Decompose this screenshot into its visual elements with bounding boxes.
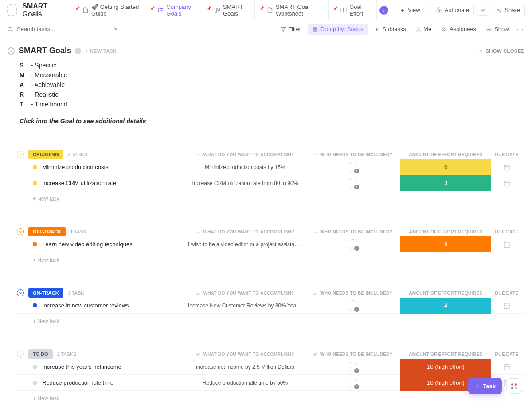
content: SMART Goals i + NEW TASK SHOW CLOSED S -… xyxy=(0,38,532,402)
info-icon[interactable]: i xyxy=(75,48,81,54)
task-due[interactable] xyxy=(491,180,522,187)
group-collapse-icon[interactable] xyxy=(17,228,24,235)
col-accomplish[interactable]: WHAT DO YOU WANT TO ACCOMPLISH? xyxy=(185,291,305,296)
task-row[interactable]: Learn new video editing techniquesI wish… xyxy=(17,236,525,252)
task-row[interactable]: Increase CRM utilization rateIncrease CR… xyxy=(17,175,525,191)
share-label: Share xyxy=(505,7,520,13)
col-effort[interactable]: AMOUNT OF EFFORT REQUIRED xyxy=(400,352,491,357)
task-assignee[interactable] xyxy=(305,362,400,372)
groupby-label: Group by: Status xyxy=(320,26,364,32)
person-icon xyxy=(416,27,421,32)
task-name: Increase this year's net income xyxy=(42,363,121,370)
search-chevron[interactable] xyxy=(113,26,118,32)
col-accomplish[interactable]: WHAT DO YOU WANT TO ACCOMPLISH? xyxy=(185,352,305,357)
search-input[interactable] xyxy=(17,26,88,32)
share-icon xyxy=(497,8,502,13)
collapse-icon[interactable] xyxy=(7,47,15,55)
svg-point-4 xyxy=(158,10,159,11)
tab--getting-started-guide[interactable]: 📌🚀 Getting Started Guide xyxy=(70,0,145,20)
group-icon xyxy=(313,27,318,32)
automate-menu[interactable] xyxy=(477,5,489,16)
tab-label: Company Goals xyxy=(166,4,196,17)
col-who[interactable]: WHO NEEDS TO BE INCLUDED? xyxy=(305,291,400,296)
task-effort[interactable]: 3 xyxy=(400,175,491,191)
task-row[interactable]: Minimize production costsMinimize produc… xyxy=(17,159,525,175)
tab-smart-goals[interactable]: 📌SMART Goals xyxy=(202,0,254,20)
col-due[interactable]: DUE DATE xyxy=(491,352,522,357)
task-due[interactable] xyxy=(491,363,522,370)
svg-rect-7 xyxy=(218,8,219,10)
col-due[interactable]: DUE DATE xyxy=(491,229,522,234)
ellipsis-icon: ··· xyxy=(517,25,524,33)
status-pill[interactable]: OFF-TRACK xyxy=(28,227,66,236)
nav-arrow[interactable]: › xyxy=(376,0,391,20)
svg-rect-35 xyxy=(504,165,509,170)
group-collapse-icon[interactable] xyxy=(17,289,24,296)
task-assignee[interactable] xyxy=(305,239,400,250)
task-count: 2 TASKS xyxy=(68,152,87,157)
add-task-button[interactable]: + New task xyxy=(17,191,525,202)
task-due[interactable] xyxy=(491,164,522,171)
col-who[interactable]: WHO NEEDS TO BE INCLUDED? xyxy=(305,152,400,157)
groupby-button[interactable]: Group by: Status xyxy=(308,24,368,35)
svg-line-17 xyxy=(499,10,500,11)
svg-point-3 xyxy=(158,8,159,9)
task-name-cell: Reduce production idle time xyxy=(17,379,185,386)
status-pill[interactable]: ON-TRACK xyxy=(28,288,63,298)
task-due[interactable] xyxy=(491,241,522,248)
add-task-button[interactable]: + New task xyxy=(17,314,525,324)
new-task-link[interactable]: + NEW TASK xyxy=(86,48,117,54)
fab-task-label: Task xyxy=(483,383,496,390)
add-task-button[interactable]: + New task xyxy=(17,391,525,402)
filter-bar: Filter Group by: Status Subtasks Me Assi… xyxy=(0,20,532,38)
task-row[interactable]: Increase in new customer reviewsIncrease… xyxy=(17,298,525,314)
col-who[interactable]: WHO NEEDS TO BE INCLUDED? xyxy=(305,229,400,234)
task-effort[interactable]: 9 xyxy=(400,236,491,252)
task-effort[interactable]: 10 (high effort) xyxy=(400,359,491,375)
status-pill[interactable]: TO DO xyxy=(28,349,53,359)
task-effort[interactable]: 6 xyxy=(400,159,491,175)
tab-smart-goal-worksheet[interactable]: 📌SMART Goal Worksheet xyxy=(254,0,328,20)
new-task-fab[interactable]: ＋ Task xyxy=(468,378,502,394)
col-effort[interactable]: AMOUNT OF EFFORT REQUIRED xyxy=(400,291,491,296)
task-due[interactable] xyxy=(491,302,522,309)
tab-company-goals[interactable]: 📌Company Goals xyxy=(145,0,202,20)
group-collapse-icon[interactable] xyxy=(17,351,24,358)
col-due[interactable]: DUE DATE xyxy=(491,291,522,296)
col-accomplish[interactable]: WHAT DO YOU WANT TO ACCOMPLISH? xyxy=(185,152,305,157)
task-effort[interactable]: 4 xyxy=(400,298,491,314)
tab-goal-effort[interactable]: 📌Goal Effort xyxy=(328,0,374,20)
automate-button[interactable]: Automate xyxy=(431,4,474,16)
col-due[interactable]: DUE DATE xyxy=(491,152,522,157)
task-assignee[interactable] xyxy=(305,178,400,189)
more-menu[interactable]: ··· xyxy=(516,24,525,35)
group-header: OFF-TRACK1 TASK WHAT DO YOU WANT TO ACCO… xyxy=(17,227,525,236)
apps-fab[interactable] xyxy=(506,378,521,394)
filter-icon xyxy=(281,27,286,32)
task-assignee[interactable] xyxy=(305,162,400,173)
col-effort[interactable]: AMOUNT OF EFFORT REQUIRED xyxy=(400,229,491,234)
show-button[interactable]: Show xyxy=(483,24,512,34)
task-assignee[interactable] xyxy=(305,378,400,388)
svg-point-27 xyxy=(489,28,490,30)
task-row[interactable]: Reduce production idle timeReduce produc… xyxy=(17,375,525,391)
task-assignee[interactable] xyxy=(305,300,400,311)
col-who[interactable]: WHO NEEDS TO BE INCLUDED? xyxy=(305,352,400,357)
task-row[interactable]: Increase this year's net incomeincrease … xyxy=(17,359,525,375)
show-closed-button[interactable]: SHOW CLOSED xyxy=(478,48,525,54)
check-icon xyxy=(478,48,483,53)
filter-button[interactable]: Filter xyxy=(278,24,304,34)
subtasks-button[interactable]: Subtasks xyxy=(372,24,409,34)
col-accomplish[interactable]: WHAT DO YOU WANT TO ACCOMPLISH? xyxy=(185,229,305,234)
add-view-button[interactable]: ＋ View xyxy=(394,0,426,20)
assignees-button[interactable]: Assignees xyxy=(438,24,479,34)
group-collapse-icon[interactable] xyxy=(17,151,24,158)
add-task-button[interactable]: + New task xyxy=(17,252,525,263)
svg-rect-6 xyxy=(215,8,217,12)
col-effort[interactable]: AMOUNT OF EFFORT REQUIRED xyxy=(400,152,491,157)
group-on-track: ON-TRACK1 TASK WHAT DO YOU WANT TO ACCOM… xyxy=(17,288,525,324)
me-button[interactable]: Me xyxy=(413,24,434,34)
svg-point-9 xyxy=(438,10,438,11)
share-button[interactable]: Share xyxy=(492,4,525,16)
status-pill[interactable]: CRUSHING xyxy=(28,150,63,159)
